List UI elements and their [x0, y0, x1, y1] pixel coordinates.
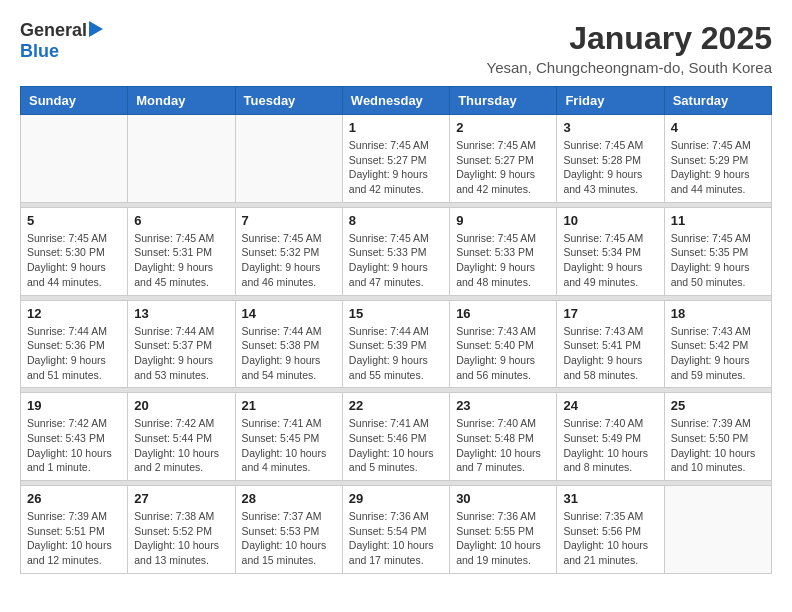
calendar-cell: 11Sunrise: 7:45 AM Sunset: 5:35 PM Dayli… — [664, 207, 771, 295]
day-number: 29 — [349, 491, 443, 506]
calendar-cell: 4Sunrise: 7:45 AM Sunset: 5:29 PM Daylig… — [664, 115, 771, 203]
calendar-cell: 31Sunrise: 7:35 AM Sunset: 5:56 PM Dayli… — [557, 486, 664, 574]
day-info: Sunrise: 7:36 AM Sunset: 5:55 PM Dayligh… — [456, 509, 550, 568]
day-number: 25 — [671, 398, 765, 413]
calendar-cell: 18Sunrise: 7:43 AM Sunset: 5:42 PM Dayli… — [664, 300, 771, 388]
day-info: Sunrise: 7:45 AM Sunset: 5:29 PM Dayligh… — [671, 138, 765, 197]
calendar-cell: 27Sunrise: 7:38 AM Sunset: 5:52 PM Dayli… — [128, 486, 235, 574]
calendar-cell: 16Sunrise: 7:43 AM Sunset: 5:40 PM Dayli… — [450, 300, 557, 388]
day-info: Sunrise: 7:44 AM Sunset: 5:39 PM Dayligh… — [349, 324, 443, 383]
day-number: 30 — [456, 491, 550, 506]
calendar-cell: 3Sunrise: 7:45 AM Sunset: 5:28 PM Daylig… — [557, 115, 664, 203]
day-number: 22 — [349, 398, 443, 413]
day-number: 5 — [27, 213, 121, 228]
day-info: Sunrise: 7:44 AM Sunset: 5:36 PM Dayligh… — [27, 324, 121, 383]
day-info: Sunrise: 7:45 AM Sunset: 5:27 PM Dayligh… — [456, 138, 550, 197]
day-number: 9 — [456, 213, 550, 228]
logo-blue-text: Blue — [20, 41, 59, 61]
weekday-header-thursday: Thursday — [450, 87, 557, 115]
day-info: Sunrise: 7:43 AM Sunset: 5:41 PM Dayligh… — [563, 324, 657, 383]
calendar-cell: 1Sunrise: 7:45 AM Sunset: 5:27 PM Daylig… — [342, 115, 449, 203]
day-info: Sunrise: 7:44 AM Sunset: 5:38 PM Dayligh… — [242, 324, 336, 383]
logo: General Blue — [20, 20, 103, 62]
day-info: Sunrise: 7:45 AM Sunset: 5:28 PM Dayligh… — [563, 138, 657, 197]
calendar-cell: 7Sunrise: 7:45 AM Sunset: 5:32 PM Daylig… — [235, 207, 342, 295]
day-number: 3 — [563, 120, 657, 135]
day-number: 1 — [349, 120, 443, 135]
day-info: Sunrise: 7:38 AM Sunset: 5:52 PM Dayligh… — [134, 509, 228, 568]
day-number: 4 — [671, 120, 765, 135]
calendar-cell: 13Sunrise: 7:44 AM Sunset: 5:37 PM Dayli… — [128, 300, 235, 388]
day-number: 31 — [563, 491, 657, 506]
day-info: Sunrise: 7:45 AM Sunset: 5:35 PM Dayligh… — [671, 231, 765, 290]
day-number: 20 — [134, 398, 228, 413]
day-number: 15 — [349, 306, 443, 321]
day-number: 17 — [563, 306, 657, 321]
logo-arrow-icon — [89, 21, 103, 41]
day-info: Sunrise: 7:39 AM Sunset: 5:51 PM Dayligh… — [27, 509, 121, 568]
day-number: 12 — [27, 306, 121, 321]
calendar-cell: 14Sunrise: 7:44 AM Sunset: 5:38 PM Dayli… — [235, 300, 342, 388]
weekday-header-saturday: Saturday — [664, 87, 771, 115]
calendar-cell — [128, 115, 235, 203]
week-row-4: 19Sunrise: 7:42 AM Sunset: 5:43 PM Dayli… — [21, 393, 772, 481]
month-title: January 2025 — [487, 20, 773, 57]
svg-marker-0 — [89, 21, 103, 37]
day-info: Sunrise: 7:45 AM Sunset: 5:33 PM Dayligh… — [349, 231, 443, 290]
week-row-3: 12Sunrise: 7:44 AM Sunset: 5:36 PM Dayli… — [21, 300, 772, 388]
day-info: Sunrise: 7:36 AM Sunset: 5:54 PM Dayligh… — [349, 509, 443, 568]
calendar-cell: 17Sunrise: 7:43 AM Sunset: 5:41 PM Dayli… — [557, 300, 664, 388]
logo-general-text: General — [20, 20, 87, 41]
weekday-header-row: SundayMondayTuesdayWednesdayThursdayFrid… — [21, 87, 772, 115]
day-number: 19 — [27, 398, 121, 413]
calendar-cell: 20Sunrise: 7:42 AM Sunset: 5:44 PM Dayli… — [128, 393, 235, 481]
calendar-cell: 10Sunrise: 7:45 AM Sunset: 5:34 PM Dayli… — [557, 207, 664, 295]
location-text: Yesan, Chungcheongnam-do, South Korea — [487, 59, 773, 76]
calendar-cell: 25Sunrise: 7:39 AM Sunset: 5:50 PM Dayli… — [664, 393, 771, 481]
day-number: 28 — [242, 491, 336, 506]
calendar-cell: 28Sunrise: 7:37 AM Sunset: 5:53 PM Dayli… — [235, 486, 342, 574]
day-number: 2 — [456, 120, 550, 135]
calendar-cell: 24Sunrise: 7:40 AM Sunset: 5:49 PM Dayli… — [557, 393, 664, 481]
calendar-cell: 26Sunrise: 7:39 AM Sunset: 5:51 PM Dayli… — [21, 486, 128, 574]
week-row-2: 5Sunrise: 7:45 AM Sunset: 5:30 PM Daylig… — [21, 207, 772, 295]
day-info: Sunrise: 7:41 AM Sunset: 5:45 PM Dayligh… — [242, 416, 336, 475]
day-info: Sunrise: 7:35 AM Sunset: 5:56 PM Dayligh… — [563, 509, 657, 568]
calendar-cell: 9Sunrise: 7:45 AM Sunset: 5:33 PM Daylig… — [450, 207, 557, 295]
week-row-5: 26Sunrise: 7:39 AM Sunset: 5:51 PM Dayli… — [21, 486, 772, 574]
day-info: Sunrise: 7:42 AM Sunset: 5:43 PM Dayligh… — [27, 416, 121, 475]
calendar-cell: 21Sunrise: 7:41 AM Sunset: 5:45 PM Dayli… — [235, 393, 342, 481]
weekday-header-wednesday: Wednesday — [342, 87, 449, 115]
calendar-cell: 6Sunrise: 7:45 AM Sunset: 5:31 PM Daylig… — [128, 207, 235, 295]
calendar-cell: 2Sunrise: 7:45 AM Sunset: 5:27 PM Daylig… — [450, 115, 557, 203]
day-number: 10 — [563, 213, 657, 228]
day-number: 11 — [671, 213, 765, 228]
day-number: 24 — [563, 398, 657, 413]
day-info: Sunrise: 7:45 AM Sunset: 5:30 PM Dayligh… — [27, 231, 121, 290]
calendar-cell — [21, 115, 128, 203]
calendar-table: SundayMondayTuesdayWednesdayThursdayFrid… — [20, 86, 772, 574]
calendar-cell — [235, 115, 342, 203]
day-number: 7 — [242, 213, 336, 228]
week-row-1: 1Sunrise: 7:45 AM Sunset: 5:27 PM Daylig… — [21, 115, 772, 203]
day-info: Sunrise: 7:43 AM Sunset: 5:42 PM Dayligh… — [671, 324, 765, 383]
day-info: Sunrise: 7:45 AM Sunset: 5:27 PM Dayligh… — [349, 138, 443, 197]
calendar-cell: 8Sunrise: 7:45 AM Sunset: 5:33 PM Daylig… — [342, 207, 449, 295]
day-info: Sunrise: 7:45 AM Sunset: 5:32 PM Dayligh… — [242, 231, 336, 290]
calendar-cell — [664, 486, 771, 574]
day-info: Sunrise: 7:41 AM Sunset: 5:46 PM Dayligh… — [349, 416, 443, 475]
weekday-header-monday: Monday — [128, 87, 235, 115]
day-info: Sunrise: 7:37 AM Sunset: 5:53 PM Dayligh… — [242, 509, 336, 568]
calendar-cell: 5Sunrise: 7:45 AM Sunset: 5:30 PM Daylig… — [21, 207, 128, 295]
title-area: January 2025 Yesan, Chungcheongnam-do, S… — [487, 20, 773, 76]
day-info: Sunrise: 7:45 AM Sunset: 5:33 PM Dayligh… — [456, 231, 550, 290]
day-number: 13 — [134, 306, 228, 321]
calendar-cell: 12Sunrise: 7:44 AM Sunset: 5:36 PM Dayli… — [21, 300, 128, 388]
day-info: Sunrise: 7:45 AM Sunset: 5:31 PM Dayligh… — [134, 231, 228, 290]
calendar-cell: 30Sunrise: 7:36 AM Sunset: 5:55 PM Dayli… — [450, 486, 557, 574]
weekday-header-friday: Friday — [557, 87, 664, 115]
weekday-header-tuesday: Tuesday — [235, 87, 342, 115]
day-number: 14 — [242, 306, 336, 321]
day-info: Sunrise: 7:44 AM Sunset: 5:37 PM Dayligh… — [134, 324, 228, 383]
weekday-header-sunday: Sunday — [21, 87, 128, 115]
